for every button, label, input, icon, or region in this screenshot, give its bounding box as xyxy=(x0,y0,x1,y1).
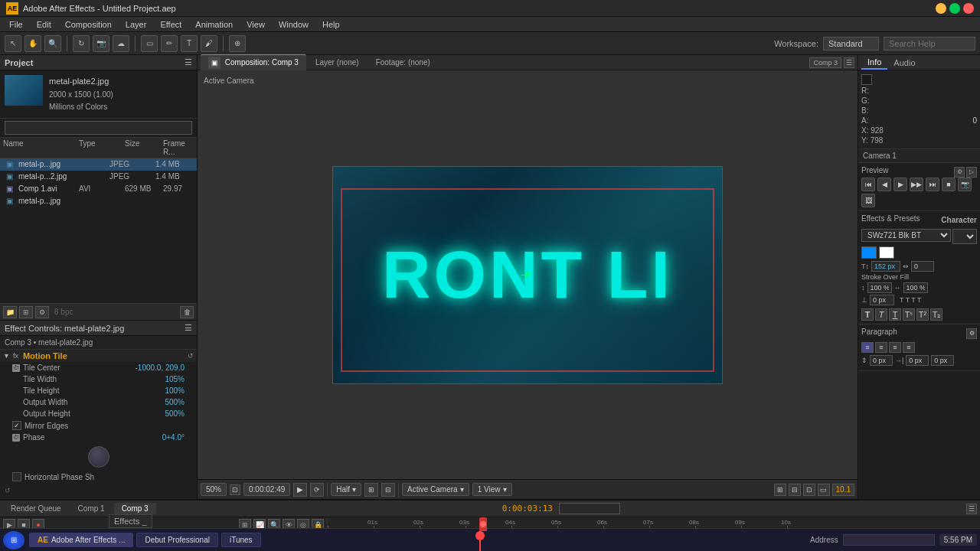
para-settings-icon[interactable]: ⚙ xyxy=(966,328,977,339)
menu-animation[interactable]: Animation xyxy=(189,18,239,31)
para-indent-input[interactable] xyxy=(906,355,929,366)
viewer-ctrl-1[interactable]: ⊞ xyxy=(774,484,786,496)
font-dropdown-area[interactable]: SWz721 Blk BT T↕ ⇔ xyxy=(861,229,977,321)
prev-first-button[interactable]: ⏮ xyxy=(861,178,875,191)
baseline-input[interactable] xyxy=(870,295,894,305)
vertical-scale-input[interactable] xyxy=(867,282,892,293)
align-left-button[interactable]: ≡ xyxy=(861,342,874,353)
taskbar-item-debut[interactable]: Debut Professional xyxy=(136,533,218,547)
menu-composition[interactable]: Composition xyxy=(59,18,118,31)
tool-pan[interactable]: ☁ xyxy=(113,35,129,52)
stopwatch-icon[interactable]: ⏱ xyxy=(12,364,20,372)
font-style-dropdown[interactable] xyxy=(952,229,977,244)
address-bar[interactable] xyxy=(843,534,935,546)
effect-prop-mirror-edges[interactable]: ✓ Mirror Edges xyxy=(0,419,197,432)
menu-file[interactable]: File xyxy=(3,18,29,31)
minimize-button[interactable] xyxy=(936,3,946,14)
taskbar-item-ae[interactable]: AE Adobe After Effects ... xyxy=(29,533,133,547)
effect-reset[interactable]: ↺ xyxy=(188,352,194,360)
project-panel-menu[interactable]: ☰ xyxy=(185,57,192,67)
effect-prop-tile-center[interactable]: ⏱ Tile Center -1000.0, 209.0 xyxy=(0,362,197,373)
new-folder-button[interactable]: 📁 xyxy=(3,306,17,318)
search-help-input[interactable] xyxy=(884,37,975,51)
tab-render-queue[interactable]: Render Queue xyxy=(3,503,69,514)
align-right-button[interactable]: ≡ xyxy=(889,342,901,353)
prev-ram-preview-button[interactable]: ▶ xyxy=(893,178,907,191)
safe-zones-button[interactable]: ⊟ xyxy=(381,483,395,497)
maximize-button[interactable] xyxy=(949,3,960,14)
delete-button[interactable]: 🗑 xyxy=(180,306,194,318)
project-search-area[interactable] xyxy=(0,119,197,138)
tab-comp3[interactable]: Comp 3 xyxy=(114,503,156,514)
tool-mask[interactable]: ▭ xyxy=(141,35,158,52)
comp-canvas[interactable]: RONT LI xyxy=(332,166,723,384)
close-button[interactable] xyxy=(963,3,974,14)
playback-button[interactable]: ▶ xyxy=(293,483,307,497)
font-family-dropdown[interactable]: SWz721 Blk BT xyxy=(861,229,951,242)
tab-audio[interactable]: Audio xyxy=(887,57,921,69)
tool-hand[interactable]: ✋ xyxy=(24,35,41,52)
underline-button[interactable]: T xyxy=(889,308,901,321)
smallcaps-button[interactable]: Tˢ xyxy=(903,308,915,321)
tool-paint[interactable]: 🖌 xyxy=(201,35,217,52)
timeline-settings-icon[interactable]: ☰ xyxy=(966,504,977,514)
menu-help[interactable]: Help xyxy=(316,18,346,31)
color-swatch[interactable] xyxy=(861,74,872,85)
new-comp-button[interactable]: ⊞ xyxy=(19,306,33,318)
snap-button[interactable]: ⊡ xyxy=(230,484,240,495)
motion-tile-header[interactable]: ▼ fx Motion Tile ↺ xyxy=(0,350,197,362)
window-controls[interactable] xyxy=(936,3,974,14)
tool-rotate[interactable]: ↻ xyxy=(73,35,90,52)
project-search-input[interactable] xyxy=(5,121,192,135)
effects-label[interactable]: Effects _ xyxy=(109,514,152,528)
list-item[interactable]: ▣ metal-p...2.jpg JPEG 1.4 MB xyxy=(0,171,197,183)
tab-layer[interactable]: Layer (none) xyxy=(308,57,367,68)
tab-composition[interactable]: ▣ Composition: Comp 3 xyxy=(201,54,306,70)
tool-select[interactable]: ↖ xyxy=(5,35,21,52)
effect-prop-tile-height[interactable]: Tile Height 100% xyxy=(0,385,197,396)
para-space-before-input[interactable] xyxy=(870,355,893,366)
prev-forward-button[interactable]: ▶▶ xyxy=(910,178,923,191)
frame-counter[interactable]: 10.1 xyxy=(832,484,854,496)
effect-prop-horiz-phase[interactable]: Horizontal Phase Sh xyxy=(0,471,197,483)
project-settings-button[interactable]: ⚙ xyxy=(35,306,49,318)
taskbar-item-itunes[interactable]: iTunes xyxy=(221,533,261,547)
tool-puppet[interactable]: ⊕ xyxy=(229,35,246,52)
list-item[interactable]: ▣ Comp 1.avi AVI 629 MB 29.97 xyxy=(0,183,197,195)
mirror-edges-checkbox[interactable]: ✓ xyxy=(12,421,21,430)
effect-controls-menu[interactable]: ☰ xyxy=(185,323,192,333)
effect-prop-output-width[interactable]: Output Width 500% xyxy=(0,396,197,408)
stopwatch-icon-phase[interactable]: ⏱ xyxy=(12,434,20,442)
tl-playhead-top[interactable] xyxy=(475,531,485,540)
effect-reset-all[interactable]: ↺ xyxy=(5,487,11,494)
horizontal-scale-input[interactable] xyxy=(903,282,928,293)
effect-prop-output-height[interactable]: Output Height 500% xyxy=(0,408,197,419)
workspace-dropdown[interactable]: Standard xyxy=(823,37,879,51)
viewer-ctrl-4[interactable]: ▭ xyxy=(818,484,830,496)
tl-playhead-line[interactable] xyxy=(479,531,481,551)
tab-comp1[interactable]: Comp 1 xyxy=(70,503,113,514)
grid-button[interactable]: ⊞ xyxy=(364,483,378,497)
tab-info[interactable]: Info xyxy=(861,56,887,70)
tool-pen[interactable]: ✏ xyxy=(161,35,178,52)
effect-enable-toggle[interactable]: fx xyxy=(13,352,18,360)
character-tab-label[interactable]: Character xyxy=(941,216,977,224)
viewer-settings-button[interactable]: ☰ xyxy=(844,57,854,68)
align-justify-button[interactable]: ≡ xyxy=(903,342,915,353)
list-item[interactable]: ▣ metal-p...jpg xyxy=(0,195,197,207)
prev-last-button[interactable]: ⏭ xyxy=(926,178,939,191)
preview-settings-icon[interactable]: ⚙ xyxy=(954,167,965,178)
para-right-indent-input[interactable] xyxy=(931,355,954,366)
effect-prop-tile-width[interactable]: Tile Width 105% xyxy=(0,373,197,385)
italic-button[interactable]: T xyxy=(875,308,887,321)
menu-layer[interactable]: Layer xyxy=(119,18,153,31)
menu-effect[interactable]: Effect xyxy=(154,18,188,31)
tracking-input[interactable] xyxy=(911,261,934,272)
quality-dropdown[interactable]: Half ▾ xyxy=(331,483,361,496)
viewer-ctrl-2[interactable]: ⊟ xyxy=(789,484,801,496)
tool-camera[interactable]: 📷 xyxy=(93,35,109,52)
horiz-phase-checkbox[interactable] xyxy=(12,472,21,481)
effect-prop-phase[interactable]: ⏱ Phase 0+4.0° xyxy=(0,432,197,443)
prev-stop-button[interactable]: ■ xyxy=(942,178,956,191)
subscript-button[interactable]: T₂ xyxy=(930,308,942,321)
